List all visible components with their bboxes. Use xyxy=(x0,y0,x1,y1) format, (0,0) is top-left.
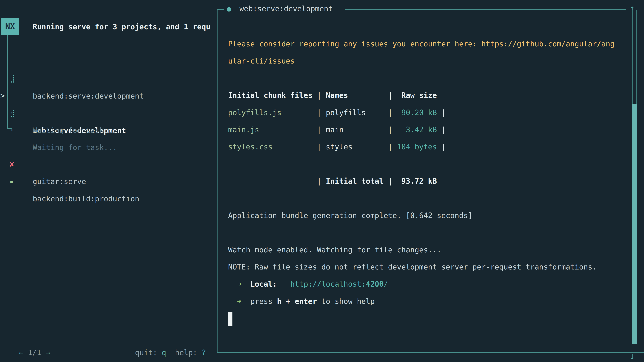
chunk-size: 104 bytes xyxy=(397,142,437,151)
pipe: | xyxy=(384,108,397,117)
help-key-combo: h + enter xyxy=(277,297,317,306)
pipe: | xyxy=(312,125,326,134)
quit-label: quit: xyxy=(135,348,162,357)
chunk-name: main xyxy=(326,125,384,134)
local-label: Local: xyxy=(250,280,277,288)
indent xyxy=(228,280,237,288)
table-row: styles.css | styles | 104 bytes | xyxy=(228,138,630,155)
localhost-url-slash[interactable]: / xyxy=(384,280,388,288)
scroll-down-arrow-icon[interactable]: ↓ xyxy=(629,347,635,362)
bundle-complete-message: Application bundle generation complete. … xyxy=(228,211,472,220)
panel-border-top-rule xyxy=(345,9,626,10)
panel-border-left xyxy=(217,9,218,353)
panel-border-bottom xyxy=(217,352,644,353)
help-label: help: xyxy=(166,348,202,357)
chunk-table-header: Initial chunk files | Names | Raw size xyxy=(228,91,437,99)
chunk-file: styles.css xyxy=(228,142,312,151)
panel-title: web:serve:development xyxy=(240,0,333,17)
local-url-line: ➜ Local: http://localhost:4200/ xyxy=(228,276,630,293)
chunk-size: 3.42 kB xyxy=(397,125,437,134)
blank-line xyxy=(228,190,630,207)
sidebar-item-backend-serve[interactable]: ⣸ backend:serve:development xyxy=(0,52,216,70)
gap xyxy=(241,280,250,288)
keyboard-shortcuts-hint: quit: q help: ? xyxy=(126,327,206,344)
sidebar-item-waiting-1[interactable]: · Waiting for task... xyxy=(0,87,216,104)
task-label: backend:build:production xyxy=(33,190,139,207)
sidebar-header-title: Running serve for 3 projects, and 1 requ xyxy=(33,18,216,35)
next-page-arrow-icon[interactable]: → xyxy=(46,348,50,357)
initial-total-row: | Initial total | 93.72 kB xyxy=(228,177,437,185)
gap xyxy=(241,297,250,306)
success-square-icon: ▪ xyxy=(10,173,14,190)
running-bullet-icon: ● xyxy=(227,0,231,17)
terminal-cursor xyxy=(228,312,232,326)
pending-dot-icon: · xyxy=(10,121,14,139)
arrow-icon: ➜ xyxy=(237,280,242,288)
panel-border-top-start xyxy=(217,9,224,10)
blank-line xyxy=(228,224,630,241)
task-label: guitar:serve xyxy=(33,173,86,190)
table-row: polyfills.js | polyfills | 90.20 kB | xyxy=(228,104,630,121)
gap xyxy=(277,280,290,288)
scrollbar-thumb[interactable] xyxy=(632,104,636,345)
scrollbar-track[interactable] xyxy=(632,10,636,104)
help-key: ? xyxy=(202,348,206,357)
blank-line xyxy=(228,156,630,173)
blank-line xyxy=(228,70,630,87)
issue-notice-line2[interactable]: ular-cli/issues xyxy=(228,57,295,65)
sidebar-item-web-serve[interactable]: > ⣸ web:serve:development xyxy=(0,69,216,87)
nx-logo: NX xyxy=(1,17,19,35)
pipe: | xyxy=(312,108,326,117)
prev-page-arrow-icon[interactable]: ← xyxy=(19,348,24,357)
chunk-file: main.js xyxy=(228,125,312,134)
chunk-name: styles xyxy=(326,142,384,151)
watch-mode-message: Watch mode enabled. Watching for file ch… xyxy=(228,246,442,254)
arrow-icon: ➜ xyxy=(237,297,242,306)
terminal-output: Please consider reporting any issues you… xyxy=(228,35,630,327)
help-hint-line: ➜ press h + enter to show help xyxy=(228,293,630,310)
raw-size-note: NOTE: Raw file sizes do not reflect deve… xyxy=(228,263,597,271)
pipe: | xyxy=(437,108,446,117)
issue-notice-line1: Please consider reporting any issues you… xyxy=(228,39,615,48)
press-text: press xyxy=(250,297,277,306)
pipe: | xyxy=(384,142,397,151)
chunk-file: polyfills.js xyxy=(228,108,312,117)
page-indicator: 1/1 xyxy=(23,348,46,357)
sidebar-item-waiting-2[interactable]: · Waiting for task... xyxy=(0,104,216,121)
pipe: | xyxy=(312,142,326,151)
pipe: | xyxy=(437,142,446,151)
sidebar-item-guitar-serve[interactable]: ✘ guitar:serve xyxy=(0,138,216,155)
pagination: ← 1/1 → xyxy=(10,327,50,344)
indent xyxy=(228,297,237,306)
pipe: | xyxy=(437,125,446,134)
localhost-url[interactable]: http://localhost: xyxy=(290,280,366,288)
task-label: Waiting for task... xyxy=(33,122,117,139)
sidebar-item-backend-build[interactable]: ▪ backend:build:production xyxy=(0,155,216,173)
chunk-name: polyfills xyxy=(326,108,384,117)
table-row: main.js | main | 3.42 kB | xyxy=(228,121,630,138)
chunk-size: 90.20 kB xyxy=(397,108,437,117)
localhost-port[interactable]: 4200 xyxy=(366,280,384,288)
show-help-text: to show help xyxy=(317,297,375,306)
pipe: | xyxy=(384,125,397,134)
quit-key: q xyxy=(162,348,166,357)
